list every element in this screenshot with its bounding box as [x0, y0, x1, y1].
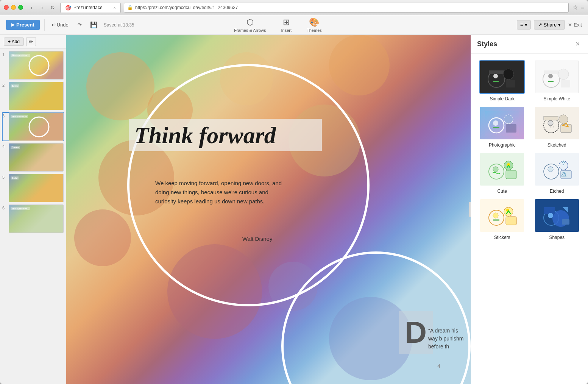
hamburger-menu-button[interactable]: ≡ ▾	[517, 20, 531, 30]
refresh-button[interactable]: ↻	[48, 3, 57, 12]
forward-button[interactable]: ›	[37, 3, 47, 12]
slide-mini-label: Think positive...	[11, 207, 30, 210]
maximize-dot[interactable]	[18, 5, 23, 10]
browser-window: ‹ › ↻ 🎯 Prezi interface × 🔒 https://prez…	[0, 0, 588, 384]
slide-panel: + Add ✏ 1 Think positive...	[0, 35, 66, 384]
undo-button[interactable]: ↩ Undo	[49, 20, 71, 29]
add-slide-button[interactable]: + Add	[4, 37, 24, 46]
svg-point-41	[493, 213, 498, 218]
theme-item-etched[interactable]: Etched	[532, 152, 582, 194]
theme-thumbnail-stickers[interactable]	[479, 198, 525, 233]
stickers-preview	[480, 199, 524, 232]
share-button[interactable]: ↗ Share ▾	[534, 20, 565, 30]
theme-thumbnail-shapes[interactable]	[534, 198, 580, 233]
insert-button[interactable]: ⊞ Insert	[281, 17, 292, 33]
browser-menu-icon[interactable]: ≡	[581, 4, 584, 11]
undo-icon: ↩	[51, 22, 56, 28]
shapes-preview	[535, 199, 579, 232]
marker-button[interactable]: ✏	[26, 37, 36, 46]
svg-point-16	[493, 120, 498, 126]
svg-point-25	[559, 115, 568, 124]
address-bar[interactable]: 🔒 https://prezi.com/ydgmcdcu_day/edit/#1…	[124, 3, 569, 12]
list-item[interactable]: 5 Build	[2, 174, 64, 202]
theme-thumbnail-simple-white[interactable]	[534, 60, 580, 94]
themes-label: Themes	[307, 28, 322, 33]
theme-thumbnail-sketched[interactable]: ≺_≺	[534, 106, 580, 140]
photographic-preview	[480, 107, 524, 139]
slide-thumbnail[interactable]: Build	[9, 174, 64, 202]
add-bar: + Add ✏	[0, 35, 66, 49]
browser-dots	[4, 5, 23, 10]
slide-thumb-bg: Dream	[9, 144, 63, 171]
slide-thumb-bg: Think positive...	[9, 205, 63, 233]
present-icon: ▶	[11, 22, 14, 27]
svg-rect-4	[506, 80, 515, 87]
slide-thumbnail[interactable]: Dream	[9, 143, 64, 172]
redo-button[interactable]: ↷	[75, 20, 84, 29]
themes-icon: 🎨	[309, 17, 319, 27]
app-toolbar: ▶ Present ↩ Undo ↷ 💾 Saved at 13:35 ⬡ Fr…	[0, 15, 588, 35]
theme-label-simple-dark: Simple Dark	[490, 96, 515, 101]
slide-thumbnail[interactable]: Think forward	[9, 112, 64, 141]
exit-button[interactable]: ✕ Exit	[568, 22, 582, 28]
frames-arrows-button[interactable]: ⬡ Frames & Arrows	[234, 17, 266, 33]
styles-panel-close-button[interactable]: ×	[573, 39, 582, 49]
svg-rect-51	[562, 219, 569, 225]
list-item[interactable]: 3 Think forward	[2, 112, 64, 141]
svg-rect-2	[489, 70, 504, 74]
theme-item-cute[interactable]: Cute	[477, 152, 527, 194]
url-text: https://prezi.com/ydgmcdcu_day/edit/#1_2…	[135, 5, 238, 10]
present-button[interactable]: ▶ Present	[6, 20, 40, 30]
close-dot[interactable]	[4, 5, 9, 10]
slide-mini-circle	[28, 55, 49, 76]
slide-thumbnail[interactable]: Smile	[9, 82, 64, 110]
browser-tab[interactable]: 🎯 Prezi interface ×	[60, 3, 121, 12]
svg-point-10	[558, 69, 569, 80]
slide-thumbnail[interactable]: Think positive...	[9, 204, 64, 233]
share-icon: ↗	[538, 22, 542, 28]
theme-item-simple-white[interactable]: Simple White	[532, 60, 582, 101]
theme-thumbnail-simple-dark[interactable]	[479, 60, 525, 94]
svg-point-35	[548, 167, 553, 172]
list-item[interactable]: 2 Smile	[2, 82, 64, 110]
share-chevron: ▾	[558, 22, 561, 28]
menu-chevron: ▾	[525, 22, 527, 28]
svg-rect-17	[506, 124, 516, 133]
theme-item-photographic[interactable]: Photographic	[477, 106, 527, 148]
slide-number: 1	[2, 51, 7, 57]
slide-thumbnail[interactable]: Think positive...	[9, 51, 64, 80]
hamburger-icon: ≡	[520, 22, 523, 28]
themes-grid: Simple Dark	[471, 54, 588, 246]
slides-list: 1 Think positive... 2 Smile	[0, 49, 66, 384]
canvas-area[interactable]: Think forward We keep moving forward, op…	[66, 35, 471, 384]
theme-item-sketched[interactable]: ≺_≺ Sketched	[532, 106, 582, 148]
slide-number: 5	[2, 174, 7, 180]
theme-thumbnail-photographic[interactable]	[479, 106, 525, 140]
theme-thumbnail-cute[interactable]	[479, 152, 525, 186]
svg-point-29	[493, 167, 498, 172]
bookmark-icon[interactable]: ☆	[572, 4, 578, 11]
collapse-panel-handle[interactable]: ‖	[469, 202, 471, 217]
toolbar-divider	[44, 19, 45, 31]
theme-item-simple-dark[interactable]: Simple Dark	[477, 60, 527, 101]
minimize-dot[interactable]	[11, 5, 16, 10]
browser-actions: ☆ ≡	[572, 4, 584, 11]
slide-body-text: We keep moving forward, opening new door…	[155, 179, 288, 206]
theme-thumbnail-etched[interactable]	[534, 152, 580, 186]
list-item[interactable]: 6 Think positive...	[2, 204, 64, 233]
cute-preview	[480, 153, 524, 186]
slide-mini-label: Build	[11, 176, 19, 180]
theme-label-etched: Etched	[550, 189, 564, 194]
theme-item-shapes[interactable]: Shapes	[532, 198, 582, 240]
save-button[interactable]: 💾	[89, 20, 99, 30]
frames-arrows-icon: ⬡	[246, 17, 254, 27]
themes-button[interactable]: 🎨 Themes	[307, 17, 322, 33]
back-button[interactable]: ‹	[27, 3, 36, 12]
svg-point-3	[503, 69, 514, 80]
list-item[interactable]: 4 Dream	[2, 143, 64, 172]
slide-thumb-bg: Build	[9, 174, 63, 202]
theme-item-stickers[interactable]: Stickers	[477, 198, 527, 240]
slide-thumb-bg: Smile	[9, 82, 63, 110]
list-item[interactable]: 1 Think positive...	[2, 51, 64, 80]
tab-close-button[interactable]: ×	[114, 5, 116, 10]
